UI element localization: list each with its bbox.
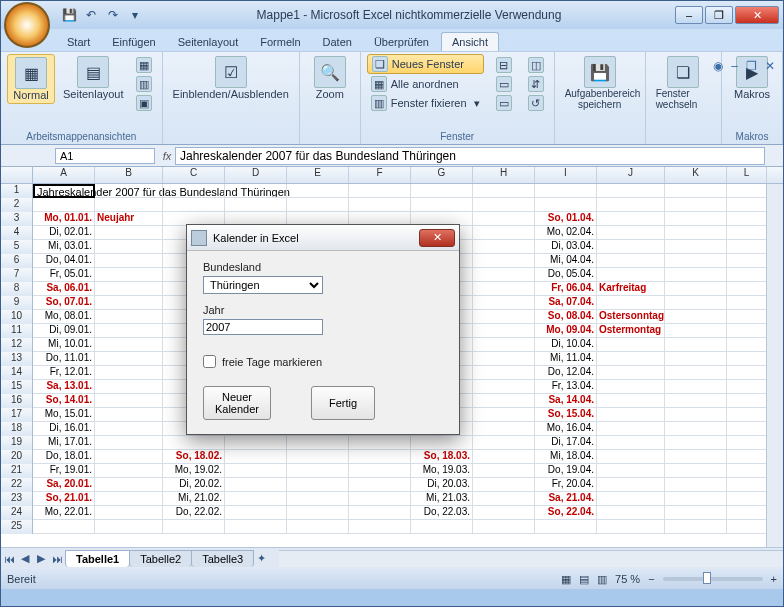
cell[interactable] <box>411 198 473 212</box>
column-header-I[interactable]: I <box>535 167 597 183</box>
cell[interactable]: Sa, 21.04. <box>535 492 597 506</box>
row-header[interactable]: 21 <box>1 464 33 478</box>
cell[interactable] <box>597 254 665 268</box>
cell[interactable]: Do, 19.04. <box>535 464 597 478</box>
row-header[interactable]: 14 <box>1 366 33 380</box>
row-header[interactable]: 3 <box>1 212 33 226</box>
cell[interactable]: Di, 20.03. <box>411 478 473 492</box>
cell[interactable]: So, 21.01. <box>33 492 95 506</box>
cell[interactable]: Mi, 17.01. <box>33 436 95 450</box>
cell[interactable] <box>597 520 665 534</box>
jahr-input[interactable] <box>203 319 323 335</box>
unhide-button[interactable]: ▭ <box>492 94 516 112</box>
cell[interactable] <box>535 198 597 212</box>
row-header[interactable]: 9 <box>1 296 33 310</box>
row-header[interactable]: 7 <box>1 268 33 282</box>
cell[interactable] <box>665 450 727 464</box>
cell[interactable] <box>473 352 535 366</box>
cell[interactable] <box>225 520 287 534</box>
cell[interactable] <box>473 338 535 352</box>
cell[interactable] <box>473 506 535 520</box>
row-header[interactable]: 6 <box>1 254 33 268</box>
formula-input[interactable]: Jahreskalender 2007 für das Bundesland T… <box>175 147 765 165</box>
cell[interactable] <box>727 212 767 226</box>
cell[interactable]: Sa, 07.04. <box>535 296 597 310</box>
cell[interactable]: Mo, 16.04. <box>535 422 597 436</box>
cell[interactable]: Sa, 14.04. <box>535 394 597 408</box>
cell[interactable] <box>727 436 767 450</box>
view-normal-icon[interactable]: ▦ <box>561 573 571 586</box>
cell[interactable] <box>727 282 767 296</box>
column-header-K[interactable]: K <box>665 167 727 183</box>
cell[interactable] <box>287 450 349 464</box>
cell[interactable] <box>727 394 767 408</box>
column-header-J[interactable]: J <box>597 167 665 183</box>
cell[interactable] <box>597 198 665 212</box>
cell[interactable] <box>473 380 535 394</box>
qat-more-icon[interactable]: ▾ <box>127 7 143 23</box>
cell[interactable] <box>95 254 163 268</box>
neuer-kalender-button[interactable]: Neuer Kalender <box>203 386 271 420</box>
cell[interactable]: Do, 04.01. <box>33 254 95 268</box>
cell[interactable] <box>95 408 163 422</box>
cell[interactable] <box>665 198 727 212</box>
cell[interactable] <box>287 198 349 212</box>
cell[interactable]: Neujahr <box>95 212 163 226</box>
column-header-G[interactable]: G <box>411 167 473 183</box>
cell[interactable] <box>287 520 349 534</box>
cell[interactable]: Di, 03.04. <box>535 240 597 254</box>
cell[interactable]: Di, 17.04. <box>535 436 597 450</box>
cell[interactable] <box>473 212 535 226</box>
cell[interactable] <box>727 240 767 254</box>
cell[interactable] <box>411 520 473 534</box>
horizontal-scrollbar[interactable] <box>279 550 783 567</box>
cell[interactable] <box>665 478 727 492</box>
cell[interactable]: Fr, 13.04. <box>535 380 597 394</box>
row-header[interactable]: 17 <box>1 408 33 422</box>
tab-ueberpruefen[interactable]: Überprüfen <box>364 33 439 51</box>
cell[interactable] <box>597 380 665 394</box>
select-all-corner[interactable] <box>1 167 33 183</box>
cell[interactable] <box>665 366 727 380</box>
cell[interactable] <box>535 184 597 198</box>
column-header-B[interactable]: B <box>95 167 163 183</box>
cell[interactable] <box>95 380 163 394</box>
cell[interactable]: Fr, 19.01. <box>33 464 95 478</box>
cell[interactable] <box>287 506 349 520</box>
cell[interactable] <box>727 492 767 506</box>
cell[interactable]: Mo, 09.04. <box>535 324 597 338</box>
cell[interactable]: Mo, 08.01. <box>33 310 95 324</box>
sheet-tab-1[interactable]: Tabelle1 <box>65 550 130 567</box>
cell[interactable]: Do, 22.02. <box>163 506 225 520</box>
column-header-A[interactable]: A <box>33 167 95 183</box>
sheet-tab-3[interactable]: Tabelle3 <box>191 550 254 567</box>
cell[interactable] <box>225 184 287 198</box>
cell[interactable]: Mi, 10.01. <box>33 338 95 352</box>
cell[interactable]: Do, 11.01. <box>33 352 95 366</box>
cell[interactable]: Mi, 04.04. <box>535 254 597 268</box>
fertig-button[interactable]: Fertig <box>311 386 375 420</box>
cell[interactable] <box>287 464 349 478</box>
cell[interactable] <box>349 492 411 506</box>
custom-view-button[interactable]: ▥ <box>132 75 156 93</box>
cell[interactable] <box>473 310 535 324</box>
cell[interactable] <box>665 226 727 240</box>
cell[interactable] <box>225 450 287 464</box>
column-header-L[interactable]: L <box>727 167 767 183</box>
arrange-all-button[interactable]: ▦Alle anordnen <box>367 75 484 93</box>
row-header[interactable]: 4 <box>1 226 33 240</box>
cell[interactable]: Sa, 20.01. <box>33 478 95 492</box>
cell[interactable] <box>665 338 727 352</box>
save-workspace-button[interactable]: 💾Aufgabenbereich speichern <box>561 54 639 112</box>
cell[interactable] <box>727 464 767 478</box>
row-header[interactable]: 20 <box>1 450 33 464</box>
tab-einfuegen[interactable]: Einfügen <box>102 33 165 51</box>
cell[interactable] <box>727 408 767 422</box>
cell[interactable] <box>95 492 163 506</box>
cell[interactable] <box>665 422 727 436</box>
zoom-out-icon[interactable]: − <box>648 573 654 585</box>
row-header[interactable]: 16 <box>1 394 33 408</box>
cell[interactable] <box>727 520 767 534</box>
hide-button[interactable]: ▭ <box>492 75 516 93</box>
cell[interactable]: Mo, 15.01. <box>33 408 95 422</box>
